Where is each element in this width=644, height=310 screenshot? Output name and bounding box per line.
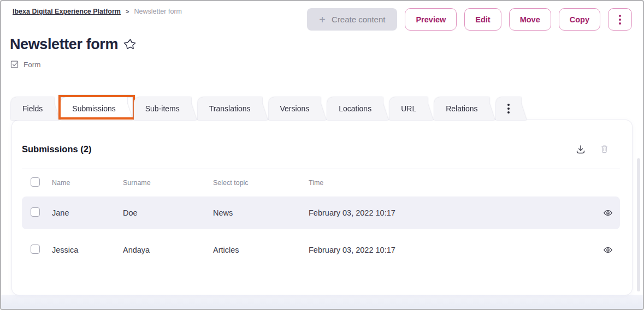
column-header-topic: Select topic	[213, 179, 309, 187]
breadcrumb-root-link[interactable]: Ibexa Digital Experience Platform	[13, 8, 121, 15]
row-checkbox[interactable]	[31, 245, 40, 254]
scrollbar[interactable]	[637, 158, 640, 291]
tab-url[interactable]: URL	[389, 97, 428, 120]
tab-locations[interactable]: Locations	[327, 97, 383, 120]
kebab-icon	[619, 15, 621, 25]
more-tabs-icon	[507, 104, 510, 114]
breadcrumb: Ibexa Digital Experience Platform > News…	[13, 8, 182, 15]
breadcrumb-separator: >	[126, 8, 129, 15]
table-row[interactable]: Jane Doe News February 03, 2022 10:17	[22, 196, 620, 229]
column-header-name: Name	[52, 179, 123, 187]
breadcrumb-current: Newsletter form	[134, 8, 182, 15]
bookmark-star-icon[interactable]	[123, 38, 137, 52]
view-submission-button[interactable]	[603, 245, 613, 255]
toolbar: + Create content Preview Edit Move Copy	[307, 8, 632, 31]
edit-button[interactable]: Edit	[464, 8, 501, 31]
tab-sub-items[interactable]: Sub-items	[134, 97, 191, 120]
eye-icon	[603, 208, 613, 218]
eye-icon	[603, 245, 613, 255]
tab-translations[interactable]: Translations	[198, 97, 262, 120]
select-all-checkbox[interactable]	[31, 177, 40, 187]
cell-time: February 03, 2022 10:17	[309, 208, 596, 217]
content-type-label: Form	[23, 61, 41, 69]
cell-surname: Andaya	[123, 246, 213, 254]
tab-more[interactable]	[496, 97, 521, 120]
tab-submissions[interactable]: Submissions	[61, 97, 127, 120]
submissions-heading: Submissions (2)	[22, 144, 91, 154]
download-button[interactable]	[576, 145, 586, 154]
tab-relations[interactable]: Relations	[434, 97, 489, 120]
page-bottom-band	[1, 295, 643, 309]
checkbox-check-icon	[10, 60, 19, 69]
table-header-row: Name Surname Select topic Time	[22, 169, 620, 196]
plus-icon: +	[319, 14, 326, 25]
cell-name: Jessica	[52, 246, 123, 254]
tab-versions[interactable]: Versions	[269, 97, 321, 120]
create-content-button[interactable]: + Create content	[307, 8, 397, 31]
content-type: Form	[10, 60, 41, 69]
submissions-table: Name Surname Select topic Time Jane Doe …	[22, 169, 620, 266]
copy-button[interactable]: Copy	[559, 8, 600, 31]
app-window: Ibexa Digital Experience Platform > News…	[0, 0, 644, 310]
tab-fields[interactable]: Fields	[11, 97, 54, 120]
preview-button[interactable]: Preview	[405, 8, 457, 31]
column-header-surname: Surname	[123, 179, 213, 187]
more-actions-button[interactable]	[608, 8, 632, 31]
view-submission-button[interactable]	[603, 208, 613, 218]
column-header-time: Time	[309, 179, 596, 187]
page-header: Newsletter form	[10, 36, 137, 53]
cell-time: February 03, 2022 10:17	[309, 246, 596, 254]
table-row[interactable]: Jessica Andaya Articles February 03, 202…	[22, 234, 620, 266]
cell-name: Jane	[52, 208, 123, 217]
move-button[interactable]: Move	[509, 8, 551, 31]
page-title: Newsletter form	[10, 36, 118, 53]
cell-topic: Articles	[213, 246, 309, 254]
tab-bar: Fields Submissions Sub-items Translation…	[11, 97, 528, 120]
delete-button[interactable]	[600, 145, 609, 154]
trash-icon	[600, 145, 609, 154]
cell-topic: News	[213, 208, 309, 217]
create-content-label: Create content	[332, 15, 385, 24]
download-icon	[576, 145, 586, 154]
row-checkbox[interactable]	[31, 207, 40, 217]
cell-surname: Doe	[123, 208, 213, 217]
submissions-panel: Submissions (2)	[12, 120, 632, 295]
